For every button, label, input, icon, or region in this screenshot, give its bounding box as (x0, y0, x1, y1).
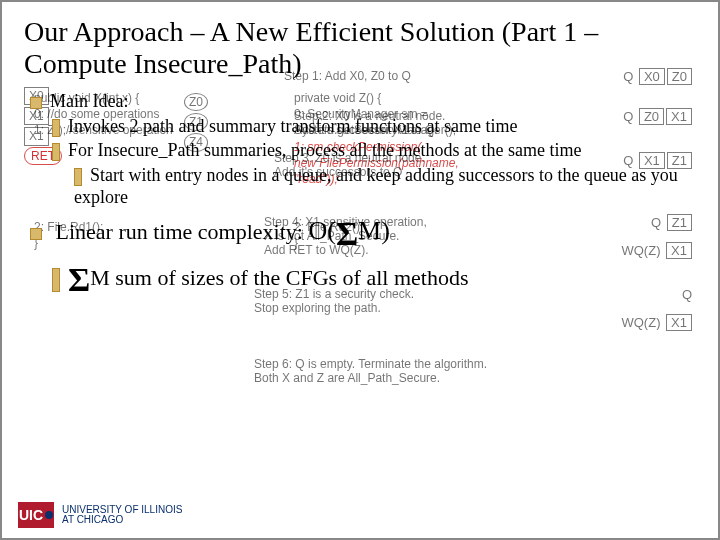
uic-mark: UIC (18, 502, 54, 528)
sigma-icon: Σ (68, 261, 90, 298)
step-6b: Both X and Z are All_Path_Secure. (254, 370, 440, 386)
slide-body: Main Idea: Invokes 2 path and summary tr… (24, 90, 696, 302)
bullet-icon (30, 97, 42, 109)
wqueue-5: WQ(Z) X1 (621, 314, 692, 332)
bullet-start: Start with entry nodes in a queue, and k… (74, 165, 678, 208)
step-5b: Stop exploring the path. (254, 300, 381, 316)
uic-text: UNIVERSITY OF ILLINOIS AT CHICAGO (62, 505, 182, 526)
bullet-linear-pre: Linear run time complexity: (56, 219, 309, 244)
bullet-icon (52, 143, 60, 161)
bullet-sigma: M sum of sizes of the CFGs of all method… (90, 265, 468, 290)
bullet-icon (52, 119, 60, 137)
step-6a: Step 6: Q is empty. Terminate the algori… (254, 356, 487, 372)
slide-title: Our Approach – A New Efficient Solution … (24, 16, 696, 80)
main-idea: Main Idea: (50, 91, 128, 111)
sigma-icon: Σ (336, 215, 358, 252)
big-o-m: M) (358, 216, 390, 245)
big-o: O( (308, 216, 335, 245)
bullet-icon (30, 228, 42, 240)
bullet-for-ip: For Insecure_Path summaries, process all… (68, 140, 581, 160)
footer-logo: UIC UNIVERSITY OF ILLINOIS AT CHICAGO (18, 502, 182, 528)
bullet-icon (52, 268, 60, 292)
bullet-icon (74, 168, 82, 186)
bullet-invokes: Invokes 2 path and summary transform fun… (68, 116, 517, 136)
